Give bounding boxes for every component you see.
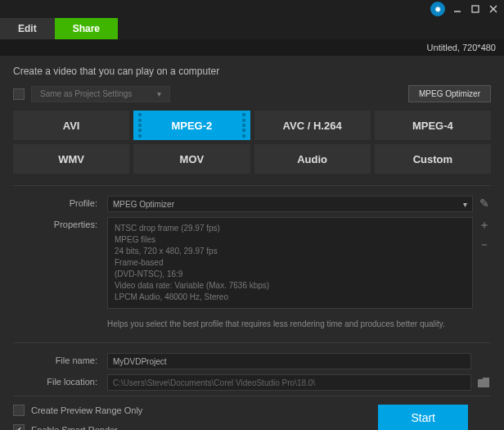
- filmstrip-icon: [240, 111, 248, 140]
- bottom-bar: Create Preview Range Only Enable Smart R…: [13, 396, 491, 430]
- prop-line: 24 bits, 720 x 480, 29.97 fps: [115, 246, 466, 257]
- same-as-project-label: Same as Project Settings: [40, 89, 132, 98]
- file-section: File name: MyDVDProject File location: C…: [13, 342, 491, 391]
- tab-share[interactable]: Share: [55, 18, 118, 39]
- mpeg-optimizer-button[interactable]: MPEG Optimizer: [408, 85, 491, 102]
- same-as-project-checkbox[interactable]: [13, 88, 25, 100]
- format-mpeg4[interactable]: MPEG-4: [375, 111, 491, 140]
- filelocation-value: C:\Users\Steve\Documents\Corel VideoStud…: [113, 378, 315, 387]
- filename-input[interactable]: MyDVDProject: [107, 353, 471, 369]
- prop-line: (DVD-NTSC), 16:9: [115, 269, 466, 280]
- prop-line: NTSC drop frame (29.97 fps): [115, 223, 466, 234]
- profile-select[interactable]: MPEG Optimizer ▾: [107, 196, 473, 212]
- browse-folder-icon[interactable]: [476, 374, 491, 391]
- prop-line: MPEG files: [115, 234, 466, 246]
- filelocation-label: File location:: [13, 374, 107, 387]
- format-audio[interactable]: Audio: [254, 144, 371, 174]
- format-mpeg2[interactable]: MPEG-2: [133, 111, 250, 140]
- filename-value: MyDVDProject: [113, 357, 167, 366]
- edit-profile-icon[interactable]: ✎: [479, 197, 489, 209]
- format-avc[interactable]: AVC / H.264: [254, 111, 371, 140]
- properties-box: NTSC drop frame (29.97 fps) MPEG files 2…: [107, 217, 473, 309]
- format-mpeg2-label: MPEG-2: [171, 120, 212, 132]
- maximize-icon[interactable]: [470, 3, 481, 15]
- profile-helper-text: Helps you select the best profile that r…: [107, 314, 445, 337]
- document-title: Untitled, 720*480: [427, 43, 496, 52]
- panel-heading: Create a video that you can play on a co…: [13, 66, 491, 77]
- format-grid: AVI MPEG-2 AVC / H.264 MPEG-4 WMV MOV Au…: [13, 111, 491, 174]
- prop-line: Frame-based: [115, 257, 466, 269]
- smart-render-label: Enable Smart Render: [31, 425, 118, 430]
- same-as-project-dropdown: Same as Project Settings ▾: [31, 86, 170, 102]
- preview-range-check[interactable]: Create Preview Range Only: [13, 405, 142, 416]
- format-avi[interactable]: AVI: [13, 111, 129, 140]
- profile-section: Profile: MPEG Optimizer ▾ ✎ Properties: …: [13, 185, 491, 337]
- checkbox-icon: [13, 424, 25, 430]
- close-icon[interactable]: [488, 3, 499, 15]
- prop-line: LPCM Audio, 48000 Hz, Stereo: [115, 292, 466, 303]
- format-mov[interactable]: MOV: [133, 144, 250, 174]
- minimize-icon[interactable]: [452, 3, 463, 15]
- profile-value: MPEG Optimizer: [113, 200, 174, 209]
- format-wmv[interactable]: WMV: [13, 144, 129, 174]
- preview-range-label: Create Preview Range Only: [31, 405, 142, 415]
- document-info-bar: Untitled, 720*480: [0, 39, 504, 56]
- properties-label: Properties:: [13, 217, 107, 229]
- title-bar: ✹: [0, 0, 504, 18]
- chevron-down-icon: ▾: [157, 89, 161, 98]
- add-icon[interactable]: ＋: [479, 219, 490, 230]
- tab-edit[interactable]: Edit: [0, 18, 55, 39]
- svg-rect-1: [472, 6, 479, 12]
- smart-render-check[interactable]: Enable Smart Render: [13, 424, 142, 430]
- filename-label: File name:: [13, 353, 107, 365]
- main-tabs: Edit Share: [0, 18, 504, 39]
- share-panel: Create a video that you can play on a co…: [0, 56, 504, 430]
- help-icon[interactable]: ✹: [430, 2, 445, 16]
- prop-line: Video data rate: Variable (Max. 7636 kbp…: [115, 280, 466, 292]
- checkbox-icon: [13, 405, 25, 416]
- filelocation-input[interactable]: C:\Users\Steve\Documents\Corel VideoStud…: [107, 374, 471, 391]
- remove-icon[interactable]: －: [479, 238, 490, 250]
- filmstrip-icon: [136, 111, 144, 140]
- format-custom[interactable]: Custom: [375, 144, 491, 174]
- profile-label: Profile:: [13, 196, 107, 208]
- start-button[interactable]: Start: [378, 405, 468, 430]
- chevron-down-icon: ▾: [463, 200, 467, 209]
